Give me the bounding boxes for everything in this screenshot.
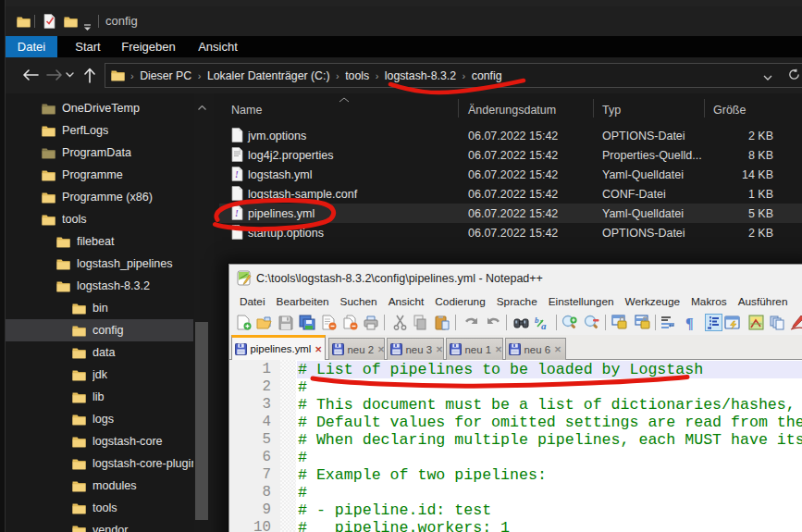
- npp-menu-makros[interactable]: Makros: [685, 295, 733, 308]
- toolbar-replace-icon[interactable]: ba: [534, 314, 551, 331]
- column-header-nderungsdatum[interactable]: Änderungsdatum: [468, 104, 556, 117]
- tab-close-icon[interactable]: ✕: [436, 344, 443, 354]
- toolbar-indent-guide-icon[interactable]: [705, 314, 722, 331]
- file-row-logstash-yml[interactable]: ! logstash.yml06.07.2022 15:42Yaml-Quell…: [219, 165, 802, 184]
- toolbar-undo-icon[interactable]: [463, 314, 480, 331]
- tree-item-filebeat[interactable]: filebeat: [6, 230, 193, 253]
- npp-tab-neu-6[interactable]: neu 6✕: [505, 338, 566, 360]
- up-button[interactable]: [79, 57, 101, 94]
- tab-close-icon[interactable]: ✕: [495, 344, 502, 354]
- file-row-log4j2-properties[interactable]: log4j2.properties06.07.2022 15:42Propert…: [219, 145, 802, 165]
- address-bar[interactable]: ›Dieser PC›Lokaler Datenträger (C:)›tool…: [105, 63, 802, 88]
- npp-menu-werkzeuge[interactable]: Werkzeuge: [620, 295, 685, 308]
- ribbon-tab-freigeben[interactable]: Freigeben: [117, 36, 179, 57]
- column-separator[interactable]: [458, 99, 459, 118]
- npp-menu-einstellungen[interactable]: Einstellungen: [543, 295, 620, 308]
- toolbar-show-symbols-icon[interactable]: ¶: [683, 314, 700, 331]
- toolbar-doc-list-icon[interactable]: [768, 314, 785, 331]
- tree-item-data[interactable]: data: [6, 341, 193, 364]
- back-button[interactable]: [19, 57, 42, 94]
- tree-item-logstash-8-3-2[interactable]: logstash-8.3.2: [6, 275, 193, 297]
- column-separator[interactable]: [704, 99, 705, 118]
- tree-item-modules[interactable]: modules: [6, 475, 193, 497]
- tree-item-bin[interactable]: bin: [6, 297, 193, 319]
- npp-tab-neu-2[interactable]: neu 2✕: [328, 338, 385, 360]
- tree-item-logstash-pipelines[interactable]: logstash_pipelines: [6, 253, 193, 275]
- tree-item-logstash-core-plugin-ap[interactable]: logstash-core-plugin-ap: [6, 452, 193, 475]
- toolbar-open-file-icon[interactable]: [256, 314, 274, 331]
- qat-properties-icon[interactable]: [43, 14, 56, 32]
- tree-item-tools[interactable]: tools: [6, 497, 193, 519]
- npp-menu-sprache[interactable]: Sprache: [491, 295, 543, 308]
- tree-item-lib[interactable]: lib: [6, 386, 193, 408]
- toolbar-save-all-icon[interactable]: [299, 314, 316, 331]
- scrollbar-thumb[interactable]: [195, 322, 208, 520]
- file-row-jvm-options[interactable]: jvm.options06.07.2022 15:42OPTIONS-Datei…: [219, 126, 802, 145]
- column-header-gre[interactable]: Größe: [713, 104, 746, 117]
- ribbon-tab-start[interactable]: Start: [71, 36, 105, 57]
- tree-item-programme[interactable]: Programme: [6, 164, 193, 186]
- tree-item-programdata[interactable]: ProgramData: [6, 142, 193, 164]
- column-header-name[interactable]: Name: [231, 104, 262, 117]
- breadcrumb-item[interactable]: logstash-8.3.2: [385, 69, 456, 82]
- toolbar-print-icon[interactable]: [363, 314, 380, 331]
- toolbar-zoom-out-icon[interactable]: [584, 314, 601, 331]
- tab-close-icon[interactable]: ✕: [315, 344, 322, 354]
- breadcrumb-item[interactable]: config: [472, 69, 502, 82]
- toolbar-copy-icon[interactable]: [412, 314, 429, 331]
- ribbon-tab-ansicht[interactable]: Ansicht: [194, 36, 241, 57]
- npp-menu-ansicht[interactable]: Ansicht: [383, 295, 430, 308]
- toolbar-zoom-in-icon[interactable]: [561, 314, 579, 331]
- file-row-pipelines-yml[interactable]: ! pipelines.yml06.07.2022 15:42Yaml-Quel…: [219, 204, 802, 223]
- column-separator[interactable]: [593, 99, 594, 118]
- address-history-chevron[interactable]: [755, 68, 781, 84]
- tab-close-icon[interactable]: ✕: [377, 344, 385, 354]
- tree-item-logs[interactable]: logs: [6, 408, 193, 430]
- toolbar-macro-pen-icon[interactable]: [788, 314, 802, 331]
- breadcrumb-item[interactable]: Dieser PC: [140, 69, 191, 82]
- scrollbar-up-icon[interactable]: [195, 100, 208, 115]
- toolbar-function-list-icon[interactable]: [724, 314, 742, 331]
- editor-area[interactable]: 12345678910 # List of pipelines to be lo…: [229, 360, 802, 532]
- qat-customize-chevron-icon[interactable]: [83, 19, 92, 35]
- toolbar-close-icon[interactable]: [320, 314, 338, 331]
- file-row-startup-options[interactable]: startup.options06.07.2022 15:42OPTIONS-D…: [219, 223, 802, 242]
- npp-menu-bearbeiten[interactable]: Bearbeiten: [271, 295, 335, 308]
- tree-item-onedrivetemp[interactable]: OneDriveTemp: [6, 97, 193, 119]
- npp-menu-ausführen[interactable]: Ausführen: [733, 295, 794, 308]
- column-header-typ[interactable]: Typ: [602, 104, 621, 117]
- tree-item-logstash-core[interactable]: logstash-core: [6, 430, 193, 452]
- toolbar-find-icon[interactable]: [512, 314, 530, 331]
- npp-tab-neu-3[interactable]: neu 3✕: [387, 338, 444, 360]
- tree-item-vendor[interactable]: vendor: [6, 519, 193, 532]
- toolbar-close-all-icon[interactable]: [341, 314, 359, 331]
- toolbar-cut-icon[interactable]: [391, 314, 409, 331]
- npp-tab-neu-1[interactable]: neu 1✕: [446, 338, 503, 360]
- npp-menu-codierung[interactable]: Codierung: [429, 295, 490, 308]
- toolbar-paste-icon[interactable]: [434, 314, 451, 331]
- breadcrumb-item[interactable]: tools: [345, 69, 369, 82]
- tree-item-tools[interactable]: tools: [6, 208, 193, 230]
- toolbar-redo-icon[interactable]: [486, 314, 503, 331]
- toolbar-doc-map-icon[interactable]: [747, 314, 765, 331]
- toolbar-sync-h-icon[interactable]: [635, 314, 652, 331]
- tree-item-programme-x86-[interactable]: Programme (x86): [6, 186, 193, 208]
- file-row-logstash-sample-conf[interactable]: logstash-sample.conf06.07.2022 15:42CONF…: [219, 184, 802, 204]
- toolbar-save-icon[interactable]: [278, 314, 295, 331]
- tree-item-perflogs[interactable]: PerfLogs: [6, 119, 193, 142]
- tab-close-icon[interactable]: ✕: [554, 344, 561, 354]
- npp-menu-suchen[interactable]: Suchen: [335, 295, 383, 308]
- ribbon-tab-datei[interactable]: Datei: [6, 36, 57, 57]
- toolbar-word-wrap-icon[interactable]: [660, 314, 678, 331]
- qat-newfolder-icon[interactable]: [64, 15, 78, 31]
- toolbar-new-file-icon[interactable]: [235, 314, 253, 331]
- recent-locations-chevron[interactable]: [62, 57, 77, 94]
- sidebar-scrollbar[interactable]: [194, 93, 214, 532]
- npp-tab-pipelines-yml[interactable]: pipelines.yml✕: [231, 335, 326, 360]
- toolbar-sync-v-icon[interactable]: [611, 314, 629, 331]
- npp-menu-datei[interactable]: Datei: [234, 295, 271, 308]
- refresh-icon[interactable]: [781, 68, 802, 84]
- breadcrumb-item[interactable]: Lokaler Datenträger (C:): [207, 69, 330, 82]
- tree-item-config[interactable]: config: [6, 319, 193, 341]
- tree-item-jdk[interactable]: jdk: [6, 364, 193, 386]
